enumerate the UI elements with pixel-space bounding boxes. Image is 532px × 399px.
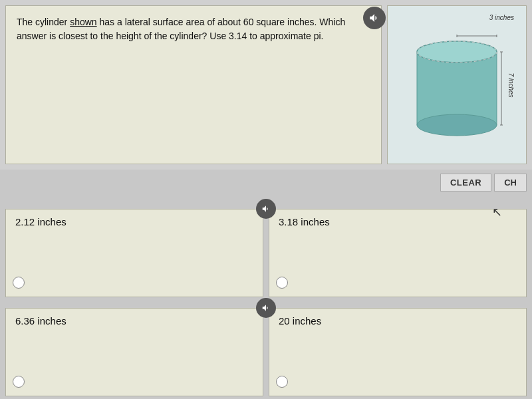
question-text-box: The cylinder shown has a lateral surface… [5,5,382,164]
row1-audio-button[interactable] [256,199,276,219]
label-7inches: 7 inches [507,72,515,97]
answer-cell-d: 20 inches [269,308,527,396]
label-3inches: 3 inches [489,14,514,21]
answers-section: 2.12 inches 3.18 inches [0,196,532,399]
answers-row-1: 2.12 inches 3.18 inches [3,209,529,297]
row2-speaker-icon [261,303,271,313]
question-audio-button[interactable] [363,7,386,29]
answer-cell-b: 3.18 inches [269,209,527,297]
answer-label-b: 3.18 inches [279,216,517,227]
clear-button[interactable]: CLEAR [440,174,491,192]
row1-speaker-icon [261,204,271,213]
answer-radio-b[interactable] [276,277,289,290]
answer-radio-d[interactable] [276,376,289,389]
answer-label-d: 20 inches [279,315,517,327]
controls-area: CLEAR CH [0,170,532,196]
speaker-icon [368,12,380,24]
check-button[interactable]: CH [494,174,527,192]
answer-label-c: 6.36 inches [15,315,253,327]
svg-point-1 [417,114,497,136]
answer-cell-c: 6.36 inches [5,308,263,396]
answer-cell-a: 2.12 inches [5,209,263,297]
question-area: The cylinder shown has a lateral surface… [0,0,532,170]
answer-radio-c[interactable] [13,376,26,389]
answers-row-2: 6.36 inches 20 inches [3,308,529,396]
answer-radio-a[interactable] [13,277,26,290]
question-text: The cylinder shown has a lateral surface… [17,15,370,43]
question-shown-word: shown [70,17,96,27]
answer-label-a: 2.12 inches [15,216,253,227]
main-container: The cylinder shown has a lateral surface… [0,0,532,399]
cylinder-image-box: 3 inches 7 inches [387,5,527,164]
cylinder-svg [407,32,507,138]
row2-audio-button[interactable] [256,298,276,318]
